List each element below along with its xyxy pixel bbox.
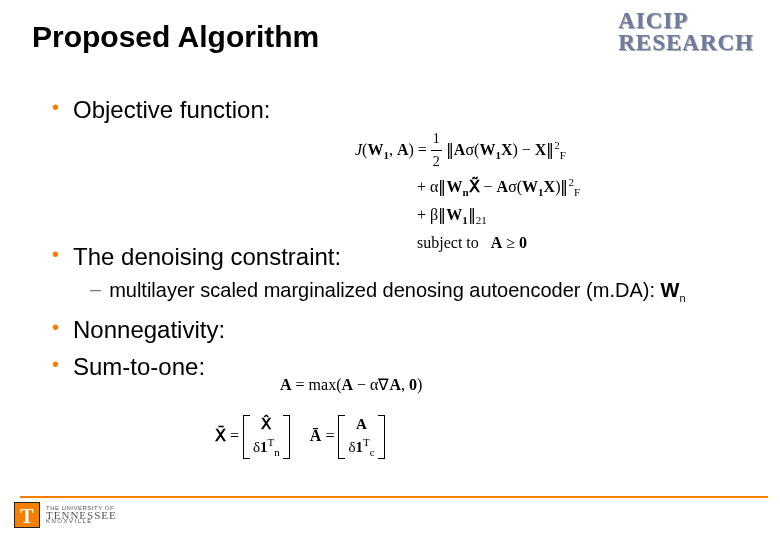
eq-obj-lhs: J(W1, A) =: [355, 141, 431, 158]
bullet-sumtoone-text: Sum-to-one:: [73, 351, 205, 382]
slide-title: Proposed Algorithm: [32, 10, 319, 54]
equation-sumtoone: X̄ = X̂ δ1Tn Ā = A δ1Tc: [215, 415, 385, 459]
matrix-a: A δ1Tc: [338, 415, 384, 459]
var-w: W: [661, 279, 680, 301]
frac-num: 1: [431, 128, 442, 151]
bullet-nonneg: • Nonnegativity:: [52, 314, 748, 345]
eq-obj-term3: + β‖W1‖21: [417, 206, 487, 223]
logo-line-research: RESEARCH: [618, 32, 754, 54]
footer-divider: [20, 496, 768, 498]
equation-nonneg: A = max(A − α∇A, 0): [280, 372, 422, 398]
logo-line-aicip: AICIP: [618, 10, 754, 32]
eq-obj-term1: ‖Aσ(W1X) − X‖2F: [446, 141, 566, 158]
fraction-half: 1 2: [431, 128, 442, 174]
aicip-research-logo: AICIP RESEARCH: [618, 10, 760, 54]
subbullet-mda-label: multilayer scaled marginalized denosing …: [109, 279, 660, 301]
dash-icon: –: [90, 278, 101, 301]
bullet-objective-text: Objective function:: [73, 94, 270, 125]
eq-obj-constraint: subject to A ≥ 0: [417, 234, 527, 251]
subbullet-mda-text: multilayer scaled marginalized denosing …: [109, 278, 685, 306]
eq-obj-term2: + α‖WnX̃ − Aσ(W1X)‖2F: [417, 178, 580, 195]
bullet-denoising-text: The denoising constraint:: [73, 241, 341, 272]
subbullet-mda: – multilayer scaled marginalized denosin…: [90, 278, 748, 306]
slide-footer: T THE UNIVERSITY OF TENNESSEE KNOXVILLE: [0, 496, 780, 540]
bullet-dot-icon: •: [52, 94, 59, 120]
bullet-nonneg-text: Nonnegativity:: [73, 314, 225, 345]
utk-logo: T THE UNIVERSITY OF TENNESSEE KNOXVILLE: [14, 502, 117, 528]
matrix-x: X̂ δ1Tn: [243, 415, 290, 459]
bullet-dot-icon: •: [52, 351, 59, 377]
var-w-sub: n: [679, 292, 685, 304]
bullet-objective: • Objective function:: [52, 94, 748, 125]
frac-den: 2: [431, 151, 442, 173]
equation-objective: J(W1, A) = 1 2 ‖Aσ(W1X) − X‖2F + α‖WnX̃ …: [355, 128, 580, 255]
bullet-dot-icon: •: [52, 241, 59, 267]
t-badge-icon: T: [14, 502, 40, 528]
bullet-dot-icon: •: [52, 314, 59, 340]
